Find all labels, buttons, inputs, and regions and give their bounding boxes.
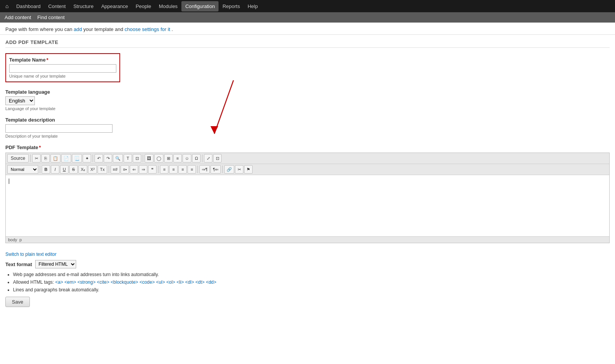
image-button[interactable]: 🖼 — [145, 154, 153, 162]
nav-appearance[interactable]: Appearance — [97, 1, 132, 11]
align-justify-button[interactable]: ≡ — [188, 165, 196, 174]
toolbar-sep-2 — [93, 154, 93, 162]
special-button[interactable]: Ω — [192, 154, 201, 162]
ordered-list-button[interactable]: ≡# — [111, 165, 120, 174]
redo-button[interactable]: ↷ — [104, 154, 112, 162]
secondary-nav: Add content Find content — [0, 12, 615, 23]
align-center-button[interactable]: ≡ — [169, 165, 178, 174]
showblocks-button[interactable]: ⊡ — [213, 154, 222, 162]
bold-button[interactable]: B — [42, 165, 50, 174]
nav-help[interactable]: Help — [244, 1, 262, 11]
top-nav: ⌂ Dashboard Content Structure Appearance… — [0, 0, 615, 12]
smiley-button[interactable]: ☺ — [183, 154, 191, 162]
statusbar-body: body — [8, 237, 17, 242]
toolbar-sep-5 — [40, 166, 40, 173]
link-button[interactable]: 🔗 — [224, 165, 234, 174]
editor-area[interactable] — [6, 175, 609, 236]
blockquote-button[interactable]: ❝ — [148, 165, 157, 174]
paste-text-button[interactable]: 📄 — [61, 154, 71, 162]
switch-editor-link[interactable]: Switch to plain text editor — [5, 252, 56, 257]
hint-list: Web page addresses and e-mail addresses … — [13, 271, 610, 293]
toolbar-sep-9 — [222, 166, 223, 173]
toolbar-sep-3 — [143, 154, 143, 162]
subscript-button[interactable]: X₂ — [78, 165, 87, 174]
template-language-select[interactable]: English French Spanish German — [5, 96, 35, 105]
template-description-hint: Description of your template — [5, 134, 610, 138]
toolbar-sep-6 — [109, 166, 109, 173]
add-link[interactable]: add — [73, 26, 82, 32]
template-language-select-wrapper: English French Spanish German — [5, 96, 610, 105]
strikethrough-button[interactable]: S — [69, 165, 78, 174]
copy-button[interactable]: ⎘ — [41, 154, 50, 162]
ltr-button[interactable]: ⇒¶ — [199, 165, 210, 174]
rtl-button[interactable]: ¶⇐ — [210, 165, 221, 174]
html-tags-link[interactable]: <a> <em> <strong> <cite> <blockquote> <c… — [55, 280, 216, 285]
toolbar-row-1: Source ✂ ⎘ 📋 📄 📃 ✦ ↶ ↷ 🔍 T ⊡ 🖼 — [6, 153, 609, 164]
editor-cursor — [9, 179, 9, 184]
add-content-link[interactable]: Add content — [5, 15, 31, 20]
anchor-button[interactable]: ⚑ — [244, 165, 253, 174]
align-left-button[interactable]: ≡ — [160, 165, 168, 174]
section-title: ADD PDF TEMPLATE — [5, 39, 610, 48]
nav-structure[interactable]: Structure — [70, 1, 98, 11]
align-right-button[interactable]: ≡ — [178, 165, 187, 174]
toolbar-sep-7 — [158, 166, 158, 173]
underline-button[interactable]: U — [60, 165, 69, 174]
editor-statusbar: body p — [6, 236, 609, 243]
decrease-indent-button[interactable]: ⇐ — [130, 165, 138, 174]
italic-button[interactable]: I — [51, 165, 59, 174]
selectall-button[interactable]: ⊡ — [133, 154, 141, 162]
maximize-button[interactable]: ⤢ — [204, 154, 212, 162]
editor-container: Source ✂ ⎘ 📋 📄 📃 ✦ ↶ ↷ 🔍 T ⊡ 🖼 — [5, 153, 610, 243]
flash-button[interactable]: ◯ — [154, 154, 163, 162]
hint-item-2: Allowed HTML tags: <a> <em> <strong> <ci… — [13, 279, 610, 286]
source-button[interactable]: Source — [7, 154, 29, 162]
template-name-label: Template Name* — [9, 57, 116, 63]
text-format-select[interactable]: Filtered HTML Full HTML Plain text — [35, 260, 76, 268]
choose-link[interactable]: choose settings for it — [125, 26, 170, 32]
text-format-row: Text format Filtered HTML Full HTML Plai… — [5, 260, 610, 268]
pdf-template-group: PDF Template* Source ✂ ⎘ 📋 📄 — [5, 145, 610, 243]
remove-format-button[interactable]: Tx — [98, 165, 107, 174]
pdf-template-label: PDF Template* — [5, 145, 610, 150]
nav-content[interactable]: Content — [44, 1, 70, 11]
format-select[interactable]: Normal Heading 1 Heading 2 Heading 3 — [7, 165, 38, 174]
nav-reports[interactable]: Reports — [219, 1, 244, 11]
increase-indent-button[interactable]: ⇒ — [139, 165, 147, 174]
table-button[interactable]: ⊞ — [164, 154, 173, 162]
hint-item-3: Lines and paragraphs break automatically… — [13, 287, 610, 293]
template-language-group: Template language English French Spanish… — [5, 89, 610, 111]
save-button[interactable]: Save — [5, 297, 30, 307]
hint-item-1: Web page addresses and e-mail addresses … — [13, 271, 610, 278]
template-description-label: Template description — [5, 117, 610, 123]
toolbar-row-2: Normal Heading 1 Heading 2 Heading 3 B I… — [6, 164, 609, 175]
nav-people[interactable]: People — [132, 1, 155, 11]
cut-button[interactable]: ✂ — [32, 154, 41, 162]
find-content-link[interactable]: Find content — [37, 15, 65, 20]
unordered-list-button[interactable]: ≡• — [121, 165, 129, 174]
template-name-input[interactable] — [9, 64, 116, 73]
unlink-button[interactable]: ✂ — [235, 165, 243, 174]
toolbar-sep-8 — [197, 166, 198, 173]
nav-configuration[interactable]: Configuration — [181, 1, 219, 11]
hline-button[interactable]: ≡ — [173, 154, 182, 162]
statusbar-p: p — [20, 237, 22, 242]
template-name-hint: Unique name of your template — [9, 74, 116, 78]
spellcheck-button[interactable]: ✦ — [83, 154, 91, 162]
nav-modules[interactable]: Modules — [155, 1, 181, 11]
template-name-group: Template Name* Unique name of your templ… — [5, 53, 610, 83]
superscript-button[interactable]: X² — [88, 165, 97, 174]
template-language-hint: Language of your template — [5, 106, 610, 111]
nav-dashboard[interactable]: Dashboard — [12, 1, 44, 11]
home-icon[interactable]: ⌂ — [3, 2, 11, 11]
paste-word-button[interactable]: 📃 — [72, 154, 82, 162]
find-button[interactable]: 🔍 — [113, 154, 123, 162]
template-description-input-wrapper — [5, 124, 610, 133]
template-description-input[interactable] — [5, 124, 113, 133]
template-language-label: Template language — [5, 89, 610, 95]
text-format-label: Text format — [5, 262, 32, 267]
undo-button[interactable]: ↶ — [95, 154, 103, 162]
paste-button[interactable]: 📋 — [51, 154, 60, 162]
template-name-box: Template Name* Unique name of your templ… — [5, 53, 120, 82]
replace-button[interactable]: T — [124, 154, 132, 162]
